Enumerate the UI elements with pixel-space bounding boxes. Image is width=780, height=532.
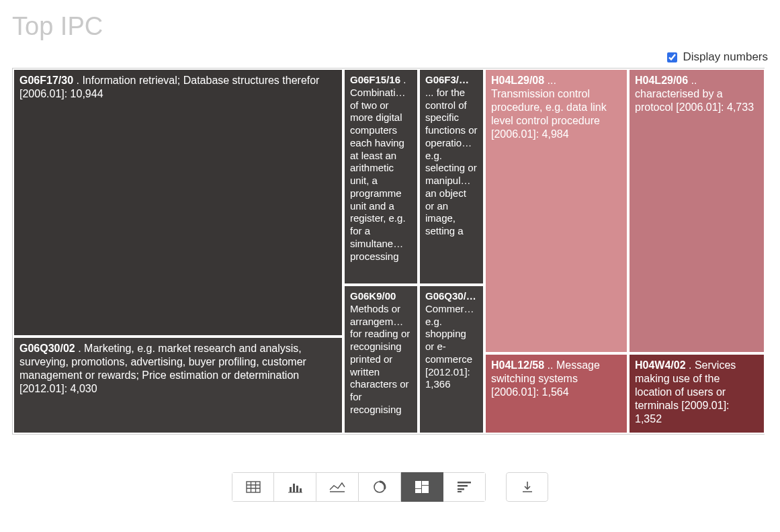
treemap-cell-g06f15-16[interactable]: G06F15/16 . Combinati… of two or more di… (343, 69, 419, 285)
svg-rect-17 (458, 482, 471, 484)
page-title: Top IPC (12, 12, 768, 41)
treemap-cell-g06k9-00[interactable]: G06K9/00 Methods or arrangem… for readin… (343, 285, 419, 434)
treemap-cell-g06q30-02[interactable]: G06Q30/02 . Marketing, e.g. market resea… (13, 337, 343, 434)
svg-rect-20 (458, 491, 462, 492)
svg-rect-7 (296, 486, 298, 492)
treemap-cell-h04l29-06[interactable]: H04L29/06 .. characterised by a protocol… (628, 69, 765, 353)
cell-code: G06Q30/02 (19, 343, 75, 354)
download-icon (521, 481, 533, 493)
bar-chart-icon (288, 481, 302, 493)
table-view-button[interactable] (232, 472, 274, 502)
cell-code: G06F17/30 (19, 75, 73, 86)
svg-rect-13 (415, 481, 421, 488)
treemap-cell-h04w4-02[interactable]: H04W4/02 . Services making use of the lo… (628, 353, 765, 434)
svg-point-12 (378, 485, 382, 489)
donut-chart-view-button[interactable] (359, 472, 401, 502)
treemap-cell-h04l12-58[interactable]: H04L12/58 .. Message switching systems [… (484, 353, 628, 434)
cell-label: Commer… e.g. shopping or e-commerce [201… (425, 303, 474, 390)
cell-code: H04L29/08 (491, 75, 544, 86)
cell-label: . Combinati… of two or more digital comp… (350, 74, 406, 262)
table-icon (246, 481, 261, 493)
svg-rect-14 (422, 481, 429, 485)
view-switcher (232, 472, 486, 502)
treemap-cell-g06f3[interactable]: G06F3/… ... for the control of specific … (419, 69, 484, 285)
cell-label: ... for the control of specific function… (425, 87, 478, 236)
svg-rect-6 (293, 484, 295, 492)
list-icon (458, 482, 471, 492)
cell-code: H04L12/58 (491, 359, 544, 371)
svg-rect-8 (300, 488, 302, 492)
cell-label: Methods or arrangem… for reading or reco… (350, 303, 410, 415)
treemap-cell-g06q30[interactable]: G06Q30/… Commer… e.g. shopping or e-comm… (419, 285, 484, 434)
svg-rect-16 (415, 489, 421, 493)
download-group (506, 472, 548, 502)
line-chart-view-button[interactable] (316, 472, 359, 502)
cell-code: G06F15/16 (350, 74, 400, 85)
donut-chart-icon (373, 480, 386, 494)
treemap-cell-g06f17-30[interactable]: G06F17/30 . Information retrieval; Datab… (13, 69, 343, 337)
list-view-button[interactable] (443, 472, 486, 502)
treemap-icon (415, 481, 429, 493)
svg-rect-18 (458, 485, 468, 487)
view-toolbar (12, 472, 768, 502)
cell-code: H04W4/02 (635, 359, 686, 371)
cell-code: H04L29/06 (635, 75, 688, 86)
bar-chart-view-button[interactable] (274, 472, 316, 502)
treemap-chart: G06F17/30 . Information retrieval; Datab… (12, 68, 765, 435)
svg-rect-5 (290, 487, 292, 492)
treemap-view-button[interactable] (401, 472, 443, 502)
treemap-cell-h04l29-08[interactable]: H04L29/08 ... Transmission control proce… (484, 69, 628, 353)
display-numbers-label: Display numbers (683, 50, 768, 64)
display-numbers-control: Display numbers (12, 50, 768, 64)
display-numbers-checkbox[interactable] (667, 52, 677, 62)
cell-code: G06Q30/… (425, 290, 476, 302)
cell-code: G06K9/00 (350, 290, 396, 302)
cell-code: G06F3/… (425, 74, 469, 85)
download-button[interactable] (506, 472, 548, 502)
svg-rect-0 (247, 482, 260, 492)
svg-rect-19 (458, 488, 464, 490)
svg-rect-15 (422, 486, 429, 493)
line-chart-icon (329, 481, 345, 493)
